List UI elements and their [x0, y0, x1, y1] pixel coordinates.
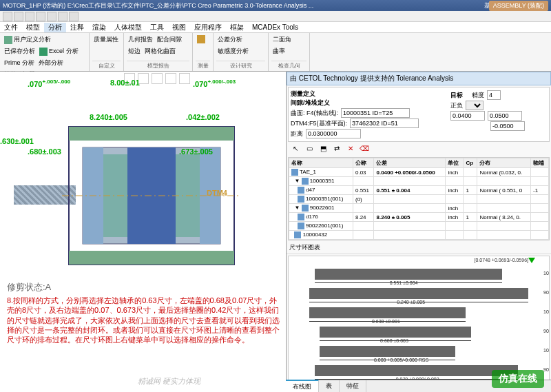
chart-bar[interactable]: [309, 307, 466, 318]
model-viewport[interactable]: .070+.005/-.000 8.00±.01 .070+.000/-.003…: [0, 72, 286, 392]
dtm-input[interactable]: [350, 118, 419, 128]
chart-bar[interactable]: [320, 346, 455, 357]
col-header[interactable]: 轴端: [531, 158, 549, 168]
bar-name: 90022601: [543, 367, 550, 372]
open-icon[interactable]: [14, 12, 23, 21]
dist-label: 距离: [291, 130, 303, 138]
measure-icon: [197, 35, 205, 43]
analysis-icon: [4, 36, 12, 44]
rib-prime[interactable]: Prime 分析: [3, 58, 36, 68]
rib-mass[interactable]: 质量属性: [92, 34, 120, 45]
rib-curv[interactable]: 曲率: [271, 46, 287, 56]
quick-access-toolbar: [0, 11, 551, 22]
chart-bar[interactable]: [315, 269, 502, 280]
menu-file[interactable]: 文件: [0, 23, 22, 32]
menu-mcadex[interactable]: MCADEx Tools: [248, 23, 302, 31]
rib-excel[interactable]: Excel 分析: [38, 46, 80, 56]
ribbon-label-design: 设计研究: [216, 61, 265, 70]
delete-icon[interactable]: ✕: [346, 145, 355, 154]
menu-tools[interactable]: 工具: [146, 23, 168, 32]
precision-input[interactable]: [487, 90, 501, 100]
logo-overlay: 仿真在线: [492, 370, 544, 388]
table-row[interactable]: d470.5510.551 ± 0.004inch1Normal ( 0.551…: [289, 186, 549, 195]
col-header[interactable]: 公称: [353, 158, 374, 168]
menu-frame[interactable]: 框架: [226, 23, 248, 32]
rib-saved-analysis[interactable]: 已保存分析: [3, 46, 37, 56]
chart-title: 尺寸环图表: [287, 242, 551, 254]
menu-apps[interactable]: 应用程序: [190, 23, 226, 32]
select-icon[interactable]: ▭: [304, 145, 314, 154]
rib-user-analysis[interactable]: 用户定义分析: [3, 34, 52, 45]
tab-layout[interactable]: 布线图: [286, 380, 319, 392]
rib-dihedral[interactable]: 二面角: [271, 34, 293, 45]
tgt1-input[interactable]: [450, 111, 485, 121]
save-icon[interactable]: [25, 12, 34, 21]
table-row[interactable]: 10000432: [289, 231, 549, 240]
rib-sens[interactable]: 敏感度分析: [216, 46, 250, 56]
undo-icon[interactable]: [36, 12, 45, 21]
link-icon[interactable]: ⇄: [332, 145, 342, 154]
ribbon-label-measure: 测量: [196, 61, 210, 70]
tol-header: 由 CETOL Technology 提供支持的 Tolerance Analy…: [287, 72, 551, 85]
dtm-label: DTM4:F5(基准平面):: [291, 119, 347, 128]
vp-pan-icon[interactable]: [152, 73, 163, 84]
table-row[interactable]: d1768.248.240 ± 0.005inch1Normal ( 8.24,…: [289, 213, 549, 222]
table-row[interactable]: ▼ 90022601inch: [289, 204, 549, 213]
menu-model[interactable]: 模型: [22, 23, 44, 32]
tolerance-table[interactable]: 名称公称公差单位Cp分布轴端 TAE_10.030.0400 +0.0500/-…: [288, 157, 550, 240]
rib-external[interactable]: 外部分析: [37, 58, 65, 68]
surf-label: 曲面: F4(轴出线):: [291, 109, 338, 118]
excel-icon: [39, 48, 48, 56]
rib-fit[interactable]: 配合间隙: [156, 34, 183, 45]
vp-view-icon[interactable]: [179, 73, 190, 84]
chart-total-label: [0.0748 +0.0693/-0.0596]: [475, 258, 528, 262]
close-win-icon[interactable]: [69, 12, 79, 21]
menu-analysis[interactable]: 分析: [44, 23, 66, 32]
chain-icon[interactable]: ⬒: [318, 145, 328, 154]
table-row[interactable]: TAE_10.030.0400 +0.0500/-0.0500inchNorma…: [289, 168, 549, 177]
col-header[interactable]: Cp: [464, 158, 477, 168]
menu-annotate[interactable]: 注释: [66, 23, 88, 32]
tgt2-input[interactable]: [488, 111, 522, 121]
surf-input[interactable]: [341, 108, 410, 118]
rib-tol[interactable]: 公差分析: [216, 34, 244, 45]
tab-feature[interactable]: 特征: [340, 380, 366, 392]
svg-rect-2: [69, 251, 234, 265]
tab-table[interactable]: 表: [319, 380, 340, 392]
ribbon-label-report: 模型报告: [127, 61, 189, 70]
menu-manikin[interactable]: 人体模型: [110, 23, 146, 32]
col-header[interactable]: 分布: [477, 158, 531, 168]
marker-icon: [528, 258, 535, 263]
tgt3-input[interactable]: [490, 121, 525, 131]
assembly-badge: ASSEMBLY (装配): [489, 1, 548, 11]
rib-mesh[interactable]: 网格化曲面: [143, 46, 177, 56]
dist-input[interactable]: [306, 129, 361, 138]
col-header[interactable]: 单位: [446, 158, 464, 168]
rib-geom-rep[interactable]: 几何报告: [127, 34, 154, 45]
rib-measure[interactable]: [196, 34, 207, 44]
ribbon-label-check: 检查几何: [271, 61, 306, 70]
target-label: 目标: [450, 91, 463, 100]
chart-bar[interactable]: [309, 288, 528, 299]
regen-icon[interactable]: [58, 12, 67, 21]
bar-name: 10000351: [543, 348, 550, 353]
table-row[interactable]: 90022601(001): [289, 222, 549, 231]
chart-bar[interactable]: [320, 327, 470, 338]
clear-icon[interactable]: ⌫: [360, 145, 369, 154]
bar-name: 10000432: [543, 309, 550, 314]
chart-bar[interactable]: [315, 365, 518, 376]
dim-800: 8.00±.01: [110, 79, 140, 87]
menu-view[interactable]: 视图: [168, 23, 190, 32]
redo-icon[interactable]: [47, 12, 56, 21]
tolerance-panel: 由 CETOL Technology 提供支持的 Tolerance Analy…: [286, 72, 551, 392]
table-row[interactable]: 10000351(001)(0): [289, 195, 549, 204]
arrow-icon[interactable]: ↖: [291, 145, 300, 154]
table-row[interactable]: ▼ 10000351: [289, 177, 549, 186]
col-header[interactable]: 公差: [374, 158, 446, 168]
menu-render[interactable]: 渲染: [88, 23, 110, 32]
col-header[interactable]: 名称: [289, 158, 353, 168]
posneg-select[interactable]: [466, 101, 484, 110]
new-icon[interactable]: [3, 12, 12, 21]
vp-rotate-icon[interactable]: [165, 73, 176, 84]
rib-short[interactable]: 短边: [127, 46, 142, 56]
